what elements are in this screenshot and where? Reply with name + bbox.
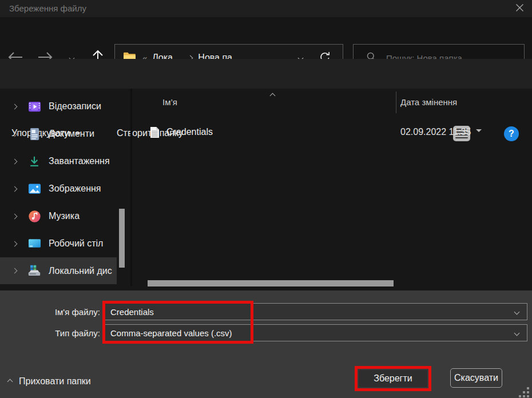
sidebar-item-label: Музика — [49, 211, 80, 221]
column-separator[interactable] — [396, 91, 396, 113]
chevron-right-icon — [12, 158, 18, 164]
documents-icon — [27, 127, 41, 141]
sidebar-item-label: Локальний дис — [49, 266, 112, 276]
sort-ascending-icon — [271, 90, 275, 100]
disk-icon — [27, 264, 41, 278]
chevron-down-icon[interactable] — [514, 309, 520, 315]
file-date: 02.09.2022 11:35 — [400, 127, 471, 137]
sidebar-item-label: Відеозаписи — [49, 101, 101, 112]
save-file-dialog: Збереження файлу — [0, 0, 532, 398]
chevron-right-icon — [12, 213, 18, 219]
filetype-select[interactable]: Comma-separated values (.csv) — [105, 324, 527, 341]
column-header-name[interactable]: Ім’я — [162, 97, 177, 107]
filename-input[interactable] — [105, 307, 515, 317]
hide-folders-button[interactable]: Приховати папки — [8, 376, 91, 387]
videos-icon — [27, 100, 41, 113]
sidebar-item-label: Документи — [49, 129, 94, 139]
filename-label: Ім'я файлу: — [3, 307, 100, 317]
filetype-label: Тип файлу: — [3, 328, 100, 338]
sidebar-item-desktop[interactable]: Робочий стіл — [0, 232, 117, 255]
hide-folders-label: Приховати папки — [19, 376, 91, 387]
chevron-up-icon — [7, 379, 13, 384]
cancel-button[interactable]: Скасувати — [450, 368, 502, 388]
file-row[interactable]: Credentials 02.09.2022 11:35 — [142, 121, 525, 143]
chevron-right-icon — [12, 186, 18, 192]
sidebar-item-documents[interactable]: Документи — [0, 122, 117, 145]
document-file-icon — [150, 126, 160, 138]
filetype-value: Comma-separated values (.csv) — [105, 328, 515, 338]
command-toolbar: Упорядкувати Створити папку ? — [0, 59, 532, 89]
title-bar: Збереження файлу — [0, 0, 532, 17]
sidebar-item-videos[interactable]: Відеозаписи — [0, 95, 117, 118]
navigation-bar: « Лока... Нова па... Пошук: Нова папка — [0, 17, 532, 59]
filename-field[interactable] — [105, 303, 527, 320]
sidebar-item-downloads[interactable]: Завантаження — [0, 150, 117, 173]
footer-panel: Ім'я файлу: Тип файлу: Comma-separated v… — [0, 290, 532, 398]
desktop-icon — [27, 237, 41, 250]
resize-grip[interactable] — [519, 395, 521, 397]
pictures-icon — [27, 182, 41, 196]
save-button[interactable]: Зберегти — [359, 370, 427, 387]
sidebar-separator — [130, 89, 132, 286]
sidebar-scrollbar[interactable] — [119, 209, 125, 268]
sidebar-item-pictures[interactable]: Зображення — [0, 177, 117, 200]
sidebar-item-local-disk[interactable]: Локальний дис — [0, 257, 117, 284]
close-icon — [515, 3, 524, 14]
chevron-right-icon — [12, 104, 18, 109]
chevron-right-icon — [12, 131, 18, 137]
chevron-down-icon[interactable] — [514, 330, 520, 336]
dialog-title: Збереження файлу — [9, 3, 86, 13]
music-icon — [27, 209, 41, 223]
sidebar-item-label: Робочий стіл — [49, 238, 103, 249]
chevron-right-icon — [12, 268, 18, 274]
close-button[interactable] — [512, 2, 527, 15]
sidebar-item-music[interactable]: Музика — [0, 205, 117, 228]
sidebar-item-label: Завантаження — [49, 156, 110, 166]
chevron-right-icon — [12, 241, 18, 246]
downloads-icon — [27, 154, 41, 168]
column-header-date[interactable]: Дата змінення — [400, 97, 457, 107]
horizontal-scrollbar[interactable] — [148, 280, 394, 286]
file-name: Credentials — [166, 127, 213, 137]
sidebar-item-label: Зображення — [49, 184, 101, 194]
